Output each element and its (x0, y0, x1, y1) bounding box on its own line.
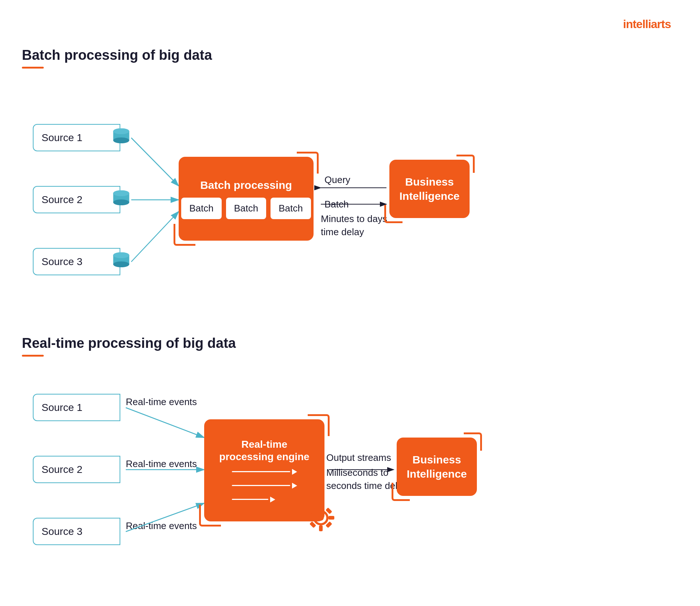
logo: intelliarts (623, 18, 671, 31)
logo-orange: arts (651, 18, 671, 31)
logo-black: intelli (623, 18, 651, 31)
batch-bi-box: BusinessIntelligence (389, 160, 470, 218)
query-label: Query (324, 174, 350, 186)
realtime-section: Real-time processing of big data Source … (22, 335, 678, 591)
batch-section: Batch processing of big data Source 1 So… (22, 47, 678, 314)
batch-label: Batch (324, 199, 349, 210)
delay-label: Minutes to daystime delay (321, 212, 387, 239)
rt-output-label: Output streams (326, 452, 391, 463)
rt-bi-box: BusinessIntelligence (397, 438, 477, 496)
